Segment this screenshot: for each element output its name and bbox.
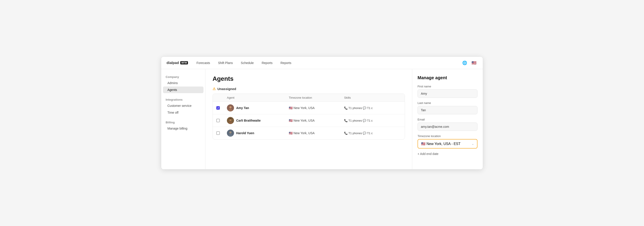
skills-amy: 📞 T1 phones 💬 T1 c xyxy=(344,106,401,110)
checkbox-icon[interactable] xyxy=(216,131,220,135)
timezone-select[interactable]: 🇺🇸 New York, USA - EST ⌄ xyxy=(418,139,477,148)
add-end-date-button[interactable]: + Add end date xyxy=(418,152,478,156)
agent-cell-amy: Amy Tan xyxy=(227,104,289,112)
skills-harold: 📞 T1 phones 💬 T1 c xyxy=(344,131,401,135)
svg-point-8 xyxy=(228,134,232,137)
panel-title: Manage agent xyxy=(418,75,478,80)
sidebar-company-title: Company xyxy=(161,74,205,80)
sidebar-item-customer-service[interactable]: Customer service xyxy=(163,103,204,109)
agent-name-carli: Carli Braithwaite xyxy=(236,119,260,122)
sidebar: Company Admins Agents Integrations Custo… xyxy=(161,69,206,169)
logo-area: dialpad WFM xyxy=(166,61,188,65)
globe-icon[interactable]: 🌐 xyxy=(461,59,468,66)
last-name-group: Last name xyxy=(418,101,478,114)
sidebar-billing-title: Billing xyxy=(161,119,205,125)
timezone-select-wrapper[interactable]: 🇺🇸 New York, USA - EST ⌄ xyxy=(418,139,478,148)
nav-forecasts[interactable]: Forecasts xyxy=(193,60,213,66)
last-name-input[interactable] xyxy=(418,106,478,114)
email-group: Email xyxy=(418,118,478,131)
nav-shift-plans[interactable]: Shift Plans xyxy=(215,60,236,66)
agent-cell-harold: Harold Yuen xyxy=(227,129,289,137)
timezone-label: Timezone location xyxy=(418,134,478,138)
col-timezone: Timezone location xyxy=(289,96,344,99)
checkbox-icon[interactable] xyxy=(216,119,220,122)
avatar-amy xyxy=(227,104,234,112)
table-row[interactable]: Amy Tan 🇺🇸 New York, USA 📞 T1 phones 💬 T… xyxy=(213,102,405,114)
col-agent: Agent xyxy=(227,96,289,99)
agent-name-harold: Harold Yuen xyxy=(236,131,254,135)
table-header: Agent Timezone location Skills xyxy=(213,94,405,102)
skills-carli: 📞 T1 phones 💬 T1 c xyxy=(344,119,401,122)
first-name-label: First name xyxy=(418,85,478,88)
checkbox-icon[interactable] xyxy=(216,106,220,110)
main-content: Agents ⚠ Unassigned Agent Timezone locat… xyxy=(206,69,412,169)
agent-name-amy: Amy Tan xyxy=(236,106,249,110)
warning-icon: ⚠ xyxy=(212,87,216,91)
svg-point-1 xyxy=(229,106,232,108)
checkbox-carli[interactable] xyxy=(216,119,227,122)
chevron-down-icon: ⌄ xyxy=(472,142,474,145)
svg-point-5 xyxy=(228,121,232,124)
sidebar-integrations-title: Integrations xyxy=(161,96,205,102)
nav-schedule[interactable]: Schedule xyxy=(238,60,257,66)
sidebar-item-admins[interactable]: Admins xyxy=(163,80,204,86)
logo-text: dialpad xyxy=(166,61,179,65)
right-panel: Manage agent First name Last name Email … xyxy=(412,69,483,169)
timezone-value: 🇺🇸 New York, USA - EST xyxy=(421,142,460,146)
first-name-input[interactable] xyxy=(418,89,478,98)
nav-reports-2[interactable]: Reports xyxy=(277,60,294,66)
sidebar-item-manage-billing[interactable]: Manage billing xyxy=(163,125,204,132)
page-title: Agents xyxy=(212,75,405,82)
first-name-group: First name xyxy=(418,85,478,98)
svg-point-7 xyxy=(229,131,232,133)
unassigned-section: ⚠ Unassigned xyxy=(212,87,405,91)
sidebar-item-time-off[interactable]: Time off xyxy=(163,109,204,116)
avatar-harold xyxy=(227,129,234,137)
col-skills: Skills xyxy=(344,96,401,99)
agent-cell-carli: Carli Braithwaite xyxy=(227,117,289,124)
add-end-date-label: + Add end date xyxy=(418,152,438,156)
timezone-amy: 🇺🇸 New York, USA xyxy=(289,106,344,110)
unassigned-label: Unassigned xyxy=(218,87,236,91)
last-name-label: Last name xyxy=(418,101,478,105)
timezone-group: Timezone location 🇺🇸 New York, USA - EST… xyxy=(418,134,478,148)
checkbox-harold[interactable] xyxy=(216,131,227,135)
nav-reports-1[interactable]: Reports xyxy=(258,60,276,66)
wfm-badge: WFM xyxy=(180,61,188,64)
timezone-carli: 🇺🇸 New York, USA xyxy=(289,119,344,122)
table-row[interactable]: Carli Braithwaite 🇺🇸 New York, USA 📞 T1 … xyxy=(213,114,405,127)
agents-table: Agent Timezone location Skills xyxy=(212,94,405,139)
avatar-carli xyxy=(227,117,234,124)
sidebar-item-agents[interactable]: Agents xyxy=(163,87,204,93)
table-row[interactable]: Harold Yuen 🇺🇸 New York, USA 📞 T1 phones… xyxy=(213,127,405,139)
svg-point-2 xyxy=(228,109,232,112)
flag-icon[interactable]: 🇺🇸 xyxy=(470,59,478,66)
nav-icons: 🌐 🇺🇸 xyxy=(461,59,478,66)
checkbox-amy[interactable] xyxy=(216,106,227,110)
email-label: Email xyxy=(418,118,478,121)
timezone-harold: 🇺🇸 New York, USA xyxy=(289,131,344,135)
app-body: Company Admins Agents Integrations Custo… xyxy=(161,69,483,169)
email-input[interactable] xyxy=(418,122,478,131)
top-nav: dialpad WFM Forecasts Shift Plans Schedu… xyxy=(161,57,483,69)
